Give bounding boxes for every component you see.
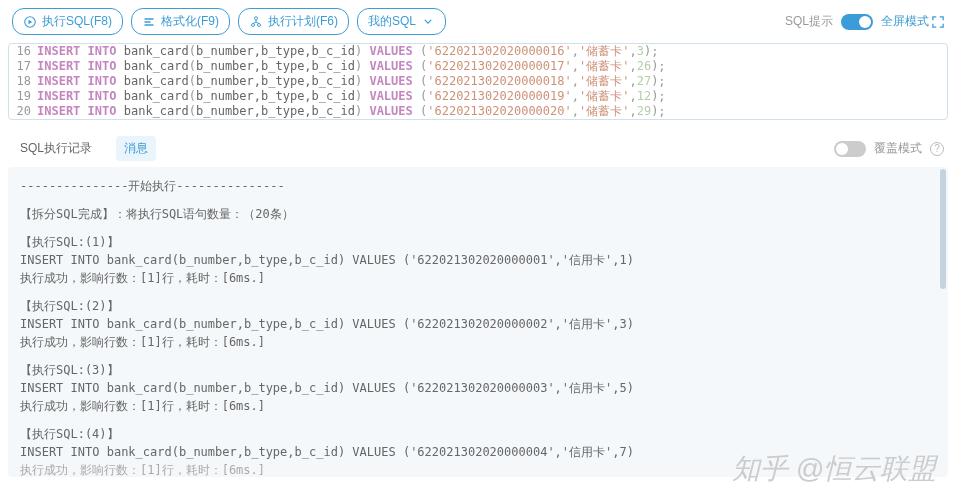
fullscreen-label: 全屏模式 — [881, 13, 929, 30]
tab-message[interactable]: 消息 — [116, 136, 156, 161]
output-line: 【执行SQL:(3)】 — [20, 361, 936, 379]
output-line: INSERT INTO bank_card(b_number,b_type,b_… — [20, 251, 936, 269]
tab-history[interactable]: SQL执行记录 — [12, 136, 100, 161]
code-line[interactable]: 16INSERT INTO bank_card(b_number,b_type,… — [9, 44, 947, 59]
format-button[interactable]: 格式化(F9) — [131, 8, 230, 35]
svg-rect-2 — [145, 21, 151, 23]
sql-hint-label: SQL提示 — [785, 13, 833, 30]
line-number: 16 — [9, 44, 37, 59]
format-icon — [142, 15, 156, 29]
execute-label: 执行SQL(F8) — [42, 13, 112, 30]
fullscreen-button[interactable]: 全屏模式 — [881, 13, 944, 30]
output-line: 执行成功，影响行数：[1]行，耗时：[6ms.] — [20, 397, 936, 415]
code-line[interactable]: 18INSERT INTO bank_card(b_number,b_type,… — [9, 74, 947, 89]
line-number: 18 — [9, 74, 37, 89]
play-icon — [23, 15, 37, 29]
execute-sql-button[interactable]: 执行SQL(F8) — [12, 8, 123, 35]
output-panel: ---------------开始执行---------------【拆分SQL… — [8, 167, 948, 477]
output-line: 执行成功，影响行数：[1]行，耗时：[6ms.] — [20, 333, 936, 351]
output-line: INSERT INTO bank_card(b_number,b_type,b_… — [20, 379, 936, 397]
fullscreen-icon — [932, 16, 944, 28]
sql-editor[interactable]: 16INSERT INTO bank_card(b_number,b_type,… — [8, 43, 948, 120]
svg-point-5 — [252, 23, 255, 26]
output-line: 执行成功，影响行数：[1]行，耗时：[6ms.] — [20, 461, 936, 477]
line-number: 17 — [9, 59, 37, 74]
svg-point-4 — [255, 16, 258, 19]
output-line: 【执行SQL:(1)】 — [20, 233, 936, 251]
execution-plan-button[interactable]: 执行计划(F6) — [238, 8, 349, 35]
output-line: 【执行SQL:(4)】 — [20, 425, 936, 443]
code-line[interactable]: 20INSERT INTO bank_card(b_number,b_type,… — [9, 104, 947, 119]
code-line[interactable]: 17INSERT INTO bank_card(b_number,b_type,… — [9, 59, 947, 74]
help-icon[interactable]: ? — [930, 142, 944, 156]
toolbar: 执行SQL(F8) 格式化(F9) 执行计划(F6) 我的SQL SQL提示 全… — [0, 0, 956, 43]
chevron-down-icon — [421, 15, 435, 29]
result-tabs: SQL执行记录 消息 覆盖模式 ? — [0, 128, 956, 167]
code-content: INSERT INTO bank_card(b_number,b_type,b_… — [37, 59, 947, 74]
format-label: 格式化(F9) — [161, 13, 219, 30]
mysql-label: 我的SQL — [368, 13, 416, 30]
output-line: 【执行SQL:(2)】 — [20, 297, 936, 315]
line-number: 19 — [9, 89, 37, 104]
output-line: ---------------开始执行--------------- — [20, 177, 936, 195]
my-sql-button[interactable]: 我的SQL — [357, 8, 446, 35]
code-line[interactable]: 19INSERT INTO bank_card(b_number,b_type,… — [9, 89, 947, 104]
overwrite-label: 覆盖模式 — [874, 140, 922, 157]
plan-label: 执行计划(F6) — [268, 13, 338, 30]
tabs-right: 覆盖模式 ? — [834, 140, 944, 157]
code-content: INSERT INTO bank_card(b_number,b_type,b_… — [37, 74, 947, 89]
output-line: 执行成功，影响行数：[1]行，耗时：[6ms.] — [20, 269, 936, 287]
code-content: INSERT INTO bank_card(b_number,b_type,b_… — [37, 104, 947, 119]
output-line: 【拆分SQL完成】：将执行SQL语句数量：（20条） — [20, 205, 936, 223]
sql-hint-toggle[interactable] — [841, 14, 873, 30]
svg-rect-3 — [145, 24, 154, 26]
plan-icon — [249, 15, 263, 29]
output-line: INSERT INTO bank_card(b_number,b_type,b_… — [20, 315, 936, 333]
output-line: INSERT INTO bank_card(b_number,b_type,b_… — [20, 443, 936, 461]
code-content: INSERT INTO bank_card(b_number,b_type,b_… — [37, 89, 947, 104]
output-scrollbar[interactable] — [940, 169, 946, 289]
toolbar-right: SQL提示 全屏模式 — [785, 13, 944, 30]
overwrite-toggle[interactable] — [834, 141, 866, 157]
line-number: 20 — [9, 104, 37, 119]
svg-point-6 — [258, 23, 261, 26]
svg-rect-1 — [145, 18, 154, 20]
code-content: INSERT INTO bank_card(b_number,b_type,b_… — [37, 44, 947, 59]
